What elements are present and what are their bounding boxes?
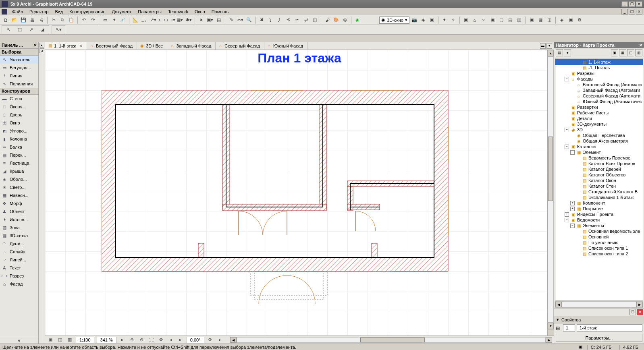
tool-c-icon[interactable]: ⤴: [275, 16, 283, 24]
zoom-out-icon[interactable]: ⊖: [138, 337, 145, 343]
tree-item[interactable]: ▣3D-документы: [555, 121, 643, 127]
scale-field[interactable]: 1:100: [76, 337, 94, 343]
pan-icon[interactable]: ✥: [158, 337, 165, 343]
angle-field[interactable]: 0,00°: [187, 337, 204, 343]
arrow-mode-icon[interactable]: ↖▾: [54, 26, 62, 34]
detail-icon[interactable]: ▣: [488, 16, 497, 24]
undo-icon[interactable]: ↶: [80, 16, 88, 24]
tree-expand-icon[interactable]: +: [570, 201, 575, 205]
render2-icon[interactable]: ▣: [428, 16, 436, 24]
tree-expand-icon[interactable]: +: [570, 207, 575, 211]
tab-menu-icon[interactable]: ▾: [546, 43, 552, 49]
home-icon[interactable]: ⌂: [471, 16, 479, 24]
tool-[interactable]: ∿Полилиния: [0, 80, 38, 88]
save-icon[interactable]: 💾: [19, 16, 27, 24]
menu-teamwork[interactable]: Teamwork: [165, 9, 191, 14]
scroll-left-icon[interactable]: ◀: [230, 337, 237, 343]
nav-view2-icon[interactable]: ▦: [619, 49, 626, 56]
tree-item[interactable]: ▥Каталог Всех Проемов: [555, 161, 643, 166]
property-name-field[interactable]: 1-й этаж: [577, 324, 642, 331]
child-minimize-button[interactable]: _: [621, 9, 628, 14]
layers2-icon[interactable]: ▤: [215, 16, 223, 24]
info-toggle-up[interactable]: ▲: [39, 43, 44, 48]
book-icon[interactable]: ▤: [506, 16, 514, 24]
3d-settings-icon[interactable]: ◈: [419, 16, 427, 24]
tree-item[interactable]: ▥Основная ведомость эле: [555, 228, 643, 234]
tool-[interactable]: ♟Объект: [0, 207, 38, 215]
redo-icon[interactable]: ↷: [89, 16, 97, 24]
hscroll-thumb[interactable]: [360, 338, 425, 342]
method2-icon[interactable]: ⬚: [16, 26, 24, 34]
canvas-scrollbar-vertical[interactable]: ▲ ▼: [547, 50, 554, 329]
tool-[interactable]: ✶Источн...: [0, 215, 38, 224]
dim-icon[interactable]: ⟷: [158, 16, 166, 24]
method1-icon[interactable]: ↖: [4, 26, 12, 34]
tree-item[interactable]: ▥Список окон типа 1: [555, 245, 643, 251]
nav-view1-icon[interactable]: ▣: [611, 49, 618, 56]
tree-expand-icon[interactable]: −: [565, 145, 569, 149]
publisher-icon[interactable]: ◫: [545, 16, 553, 24]
tool-[interactable]: /Линия: [0, 72, 38, 80]
tree-item[interactable]: +▣Индексы Проекта: [555, 211, 643, 217]
menu-параметры[interactable]: Параметры: [135, 9, 165, 14]
camera-icon[interactable]: 📷: [410, 16, 418, 24]
nav-view3-icon[interactable]: ◫: [627, 49, 634, 56]
maximize-button[interactable]: ❐: [629, 1, 635, 7]
arrow-icon[interactable]: ➤: [197, 16, 205, 24]
scroll-up-icon[interactable]: ▲: [548, 50, 554, 56]
colors-icon[interactable]: 🎨: [332, 16, 340, 24]
tool-[interactable]: ❖Морф: [0, 199, 38, 207]
tree-item[interactable]: −▦Элементы: [555, 223, 643, 228]
tab-[interactable]: ⌂Южный Фасад: [264, 42, 307, 50]
tool-[interactable]: ▭Бегущая...: [0, 64, 38, 72]
edit-icon[interactable]: ✎: [227, 16, 235, 24]
scroll-down-icon[interactable]: ▼: [548, 323, 554, 329]
tree-expand-icon[interactable]: −: [565, 128, 569, 132]
menu-документ[interactable]: Документ: [109, 9, 135, 14]
tool-d-icon[interactable]: ⟲: [284, 16, 292, 24]
tree-item[interactable]: ▥Каталог Окон: [555, 178, 643, 183]
navigator-hscroll[interactable]: ◀▶: [555, 301, 643, 308]
ruler-icon[interactable]: ⟂▾: [140, 16, 148, 24]
property-id-field[interactable]: 1.: [563, 324, 575, 331]
tree-item[interactable]: ⌂Южный Фасад (Автоматичес: [555, 99, 643, 104]
info-toggle-1[interactable]: И: [39, 48, 44, 53]
paste-icon[interactable]: 📋: [67, 16, 75, 24]
tool-[interactable]: ∼Сплайн: [0, 248, 38, 256]
line-tool-icon[interactable]: ↗▾: [149, 16, 157, 24]
changes-icon[interactable]: ▣: [567, 16, 575, 24]
gear-icon[interactable]: ⚙: [575, 16, 584, 24]
tool-[interactable]: ▬Стена: [0, 95, 38, 103]
tree-item[interactable]: ⌂Западный Фасад (Автомати: [555, 87, 643, 93]
scale-icon[interactable]: ▥: [66, 337, 73, 343]
tree-item[interactable]: −⌂Фасады: [555, 76, 643, 82]
tool-[interactable]: ⟋Линей...: [0, 256, 38, 264]
render-icon[interactable]: ◎: [341, 16, 349, 24]
tool-[interactable]: ▮Колонна: [0, 135, 38, 143]
menu-конструирование[interactable]: Конструирование: [66, 9, 108, 14]
rotate-icon[interactable]: ⟳: [207, 337, 214, 343]
tool-[interactable]: ◈Оболо...: [0, 175, 38, 183]
tool-[interactable]: ▨Зона: [0, 224, 38, 232]
menu-редактор[interactable]: Редактор: [26, 9, 52, 14]
tree-item[interactable]: ⌂Восточный Фасад (Автомати: [555, 82, 643, 87]
list-icon[interactable]: ▥: [515, 16, 523, 24]
tree-item[interactable]: ▤1. 1-й этаж: [555, 59, 643, 65]
nav-view4-icon[interactable]: ▥: [635, 49, 642, 56]
parameters-button[interactable]: Параметры...: [556, 334, 642, 342]
new-icon[interactable]: 🗋: [2, 16, 10, 24]
dim2-icon[interactable]: ⟷▾: [167, 16, 175, 24]
measure-icon[interactable]: 📐: [131, 16, 139, 24]
tool-[interactable]: AТекст: [0, 264, 38, 272]
tool-[interactable]: ☀Свето...: [0, 183, 38, 191]
grid-icon[interactable]: ▦▾: [176, 16, 184, 24]
tree-item[interactable]: ▥Список окон типа 2: [555, 251, 643, 257]
tool-[interactable]: ▤Перек...: [0, 151, 38, 159]
menu-помощь[interactable]: Помощь: [208, 9, 232, 14]
tool-[interactable]: ═Балка: [0, 143, 38, 151]
3d-window-button[interactable]: ◉ 3D-окно ▾: [379, 17, 409, 24]
layers-icon[interactable]: ▣▾: [206, 16, 214, 24]
tree-expand-icon[interactable]: −: [570, 150, 575, 155]
scroll-right-icon[interactable]: ▶: [546, 337, 552, 343]
zoom-field[interactable]: 341 %: [97, 337, 116, 343]
